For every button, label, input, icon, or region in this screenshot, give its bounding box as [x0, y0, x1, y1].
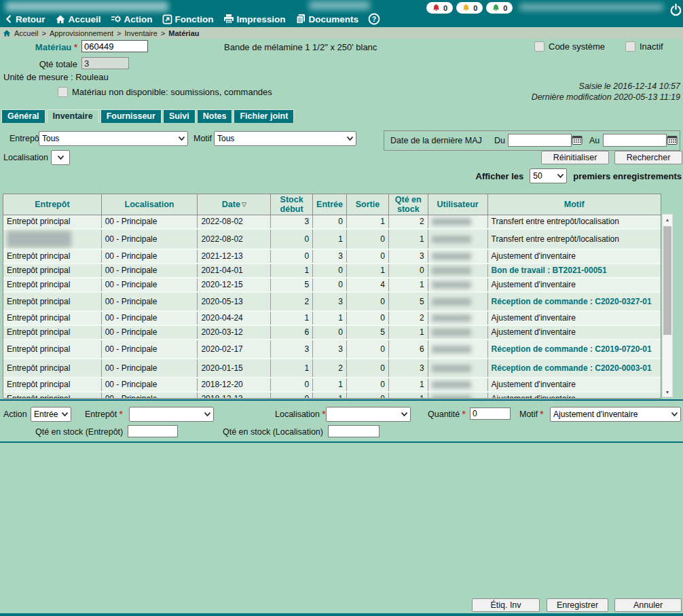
tab-notes[interactable]: Notes — [197, 109, 233, 123]
bf-entrepot-select[interactable] — [129, 407, 214, 422]
tab-fichier-joint[interactable]: Fichier joint — [234, 109, 294, 123]
breadcrumb-item-inventaire[interactable]: Inventaire — [125, 29, 158, 37]
alert-badge-yellow[interactable]: 0 — [456, 2, 483, 14]
table-row[interactable]: Entrepôt principal00 - Principale2021-04… — [3, 264, 661, 278]
nav-help[interactable]: ? — [368, 13, 380, 25]
enregistrer-button[interactable]: Enregistrer — [547, 598, 608, 612]
entrepot-filter-select[interactable]: Tous — [39, 131, 188, 146]
quantite-input[interactable] — [470, 407, 511, 420]
top-bar: 0 0 0 Retour Accueil — [0, 0, 683, 27]
reinitialiser-button[interactable]: Réinitialiser — [541, 151, 609, 164]
cell-entrepot: Entrepôt principal — [3, 326, 102, 339]
non-disponible-label: Matériau non disponible: soumissions, co… — [72, 87, 272, 97]
table-scrollbar[interactable]: ▲ ▼ — [662, 214, 673, 397]
motif-link[interactable]: Bon de travail : BT2021-00051 — [488, 264, 661, 277]
breadcrumb-item-approvisionnement[interactable]: Approvisionnement — [50, 29, 113, 37]
cell-entree: 1 — [313, 393, 347, 399]
du-calendar-button[interactable] — [572, 134, 583, 148]
column-header-stock_debut[interactable]: Stock début — [271, 194, 313, 215]
record-count-select[interactable]: 50 — [530, 168, 567, 183]
cell-motif: Transfert entre entrepôt/localisation — [488, 215, 661, 228]
bf-motif-select[interactable]: Ajustement d'inventaire — [550, 407, 681, 422]
logout-power-button[interactable] — [669, 3, 682, 19]
calendar-icon — [572, 134, 583, 145]
breadcrumb-home-icon — [3, 29, 11, 37]
username-redacted — [519, 3, 663, 11]
motif-link[interactable]: Réception de commande : C2020-0327-01 — [488, 293, 661, 310]
cell-sortie: 0 — [347, 230, 389, 249]
alert-badge-red[interactable]: 0 — [426, 2, 453, 14]
date-du-input[interactable] — [508, 134, 572, 147]
redacted-text — [432, 314, 471, 322]
tab-suivi[interactable]: Suivi — [163, 109, 196, 123]
table-row[interactable]: Entrepôt principal00 - Principale2022-08… — [3, 215, 661, 230]
date-maj-label: Date de la dernière MAJ — [390, 136, 482, 145]
column-header-localisation[interactable]: Localisation — [102, 194, 198, 215]
nav-fonction[interactable]: Fonction — [162, 14, 214, 24]
rechercher-button[interactable]: Rechercher — [614, 151, 682, 164]
table-row[interactable]: Entrepôt principal00 - Principale2020-05… — [3, 293, 661, 312]
motif-filter-select[interactable]: Tous — [214, 131, 356, 146]
annuler-button[interactable]: Annuler — [614, 598, 682, 612]
table-row[interactable]: 00 - Principale2022-08-020101Transfert e… — [3, 230, 661, 250]
bf-localisation-select[interactable] — [326, 407, 411, 422]
column-header-sortie[interactable]: Sortie — [347, 194, 389, 215]
cell-entree: 3 — [313, 250, 347, 263]
non-disponible-checkbox[interactable] — [58, 87, 68, 97]
column-header-date[interactable]: Date▽ — [198, 194, 271, 215]
motif-link[interactable]: Réception de commande : C2020-0003-01 — [488, 359, 661, 377]
cell-entree: 0 — [313, 278, 347, 291]
nav-documents[interactable]: Documents — [295, 14, 359, 24]
nav-accueil[interactable]: Accueil — [55, 14, 101, 24]
breadcrumb: Accueil > Approvisionnement > Inventaire… — [0, 27, 683, 39]
cell-utilisateur — [428, 393, 488, 399]
inactif-checkbox[interactable] — [625, 41, 635, 52]
record-count-select-wrap: 50 — [530, 168, 567, 183]
au-calendar-button[interactable] — [667, 134, 678, 148]
column-header-utilisateur[interactable]: Utilisateur — [428, 194, 488, 215]
nav-retour[interactable]: Retour — [5, 14, 45, 24]
table-row[interactable]: Entrepôt principal00 - Principale2020-12… — [3, 278, 661, 293]
inactif-label: Inactif — [640, 41, 663, 52]
tab-inventaire[interactable]: Inventaire — [47, 109, 99, 123]
table-row[interactable]: Entrepôt principal00 - Principale2021-12… — [3, 250, 661, 264]
localisation-filter-select[interactable] — [51, 150, 70, 165]
cell-sortie: 4 — [347, 278, 389, 291]
table-row[interactable]: Entrepôt principal00 - Principale2020-02… — [3, 340, 661, 359]
qte-entrepot-input[interactable] — [128, 425, 178, 437]
date-au-input[interactable] — [603, 134, 667, 147]
column-header-qte_en_stock[interactable]: Qté en stock — [389, 194, 428, 215]
table-row[interactable]: Entrepôt principal00 - Principale2020-03… — [3, 326, 661, 340]
table-row[interactable]: Entrepôt principal00 - Principale2020-01… — [3, 359, 661, 378]
motif-link[interactable]: Réception de commande : C2019-0720-01 — [488, 340, 661, 358]
table-row[interactable]: Entrepôt principal00 - Principale2018-12… — [3, 393, 661, 399]
alert-badge-green[interactable]: 0 — [486, 2, 513, 14]
table-row[interactable]: Entrepôt principal00 - Principale2020-04… — [3, 312, 661, 326]
nav-fonction-label: Fonction — [175, 14, 214, 24]
column-header-entrepot[interactable]: Entrepôt — [3, 194, 102, 215]
breadcrumb-item-accueil[interactable]: Accueil — [14, 29, 38, 37]
required-marker: * — [74, 42, 77, 52]
etiq-inv-button[interactable]: Étiq. Inv — [472, 598, 540, 612]
scroll-down-arrow[interactable]: ▼ — [663, 387, 672, 397]
scrollbar-thumb[interactable] — [663, 226, 671, 335]
cell-localisation: 00 - Principale — [102, 250, 198, 263]
scroll-up-arrow[interactable]: ▲ — [663, 215, 672, 224]
column-header-motif[interactable]: Motif — [488, 194, 661, 215]
column-header-entree[interactable]: Entrée — [313, 194, 347, 215]
action-select[interactable]: Entrée — [31, 407, 71, 422]
cell-stock_debut: 5 — [271, 278, 313, 291]
tab-general[interactable]: Général — [1, 109, 45, 123]
action-gear-icon — [111, 14, 122, 24]
nav-action[interactable]: Action — [111, 14, 153, 24]
qte-localisation-input[interactable] — [328, 425, 380, 437]
code-systeme-checkbox[interactable] — [534, 41, 544, 52]
cell-qte_en_stock: 3 — [389, 359, 428, 377]
tab-fournisseur[interactable]: Fournisseur — [100, 109, 162, 123]
cell-qte_en_stock: 2 — [389, 312, 428, 325]
alert-badges: 0 0 0 — [426, 2, 513, 14]
cell-motif: Ajustement d'inventaire — [488, 312, 661, 325]
table-row[interactable]: Entrepôt principal00 - Principale2018-12… — [3, 378, 661, 393]
nav-impression[interactable]: Impression — [223, 14, 286, 24]
materiau-input[interactable] — [81, 40, 148, 52]
